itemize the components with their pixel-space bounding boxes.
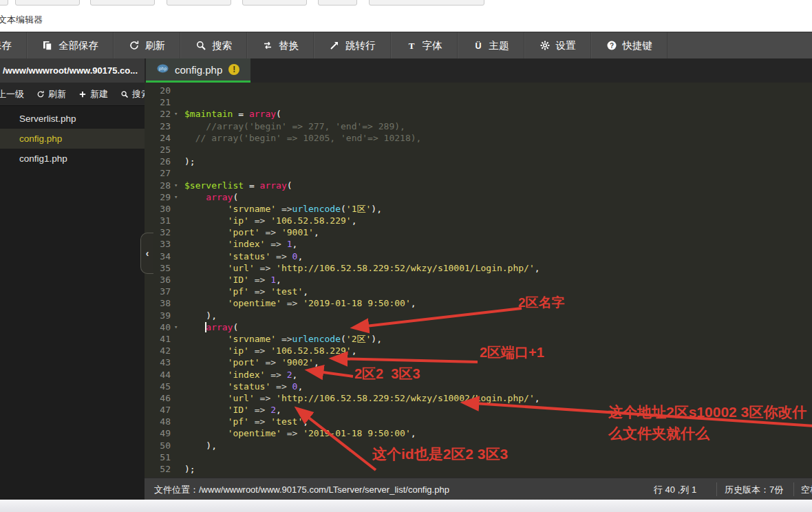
code-line-42[interactable]: 42 'ip' => '106.52.58.229',: [145, 345, 812, 356]
code-line-45[interactable]: 45 'status' => 0,: [145, 381, 812, 392]
fold-gutter: [171, 463, 184, 475]
code-line-52[interactable]: 52 );: [145, 463, 812, 475]
code-line-31[interactable]: 31 'ip' => '106.52.58.229',: [145, 215, 812, 226]
refresh-icon: [129, 40, 140, 51]
code-line-43[interactable]: 43 'port' => '9002',: [145, 356, 812, 368]
file-item-config.php[interactable]: config.php: [0, 129, 145, 149]
code-line-23[interactable]: 23 //array('begin' => 277, 'end'=> 289),: [145, 120, 812, 132]
sidebar-refresh-button[interactable]: 刷新: [30, 88, 72, 100]
goto-line-button[interactable]: 跳转行: [314, 32, 391, 58]
font-button[interactable]: T字体: [391, 32, 458, 58]
fold-toggle-icon[interactable]: ▾: [171, 108, 184, 120]
browser-tab-stub[interactable]: [15, 0, 80, 6]
line-number: 48: [145, 416, 171, 427]
text-cursor: [205, 322, 206, 332]
sidebar-up-level-button[interactable]: 上一级: [0, 88, 30, 100]
browser-tab-stub[interactable]: [318, 0, 357, 6]
theme-icon: Ü: [473, 40, 484, 51]
button-label: 字体: [423, 39, 442, 52]
tool-label: 刷新: [48, 88, 66, 100]
status-history-versions[interactable]: 历史版本：7份: [725, 484, 783, 496]
code-line-28[interactable]: 28▾$serverlist = array(: [145, 180, 812, 191]
browser-tab-stub-row: [0, 0, 812, 6]
fold-gutter: [171, 392, 184, 404]
line-number: 50: [145, 440, 171, 451]
browser-tab-stub[interactable]: [167, 0, 231, 6]
status-cursor-position: 行 40 ,列 1: [654, 484, 696, 496]
settings-button[interactable]: 设置: [524, 32, 591, 58]
settings-icon: [539, 40, 551, 51]
theme-button[interactable]: Ü主题: [458, 32, 524, 58]
fold-toggle-icon[interactable]: ▾: [171, 191, 184, 203]
code-line-25[interactable]: 25: [145, 144, 812, 156]
line-number: 30: [145, 203, 171, 215]
line-number: 29: [145, 191, 171, 203]
line-number: 28: [145, 180, 171, 191]
search-button[interactable]: 搜索: [180, 32, 247, 58]
fold-toggle-icon[interactable]: ▾: [171, 321, 184, 333]
fold-gutter: [171, 226, 184, 238]
sidebar-search-button[interactable]: 搜索: [114, 88, 145, 100]
status-separator: [793, 482, 794, 496]
hotkeys-button[interactable]: ?快捷键: [591, 32, 668, 58]
file-list: Serverlist.phpconfig.phpconfig1.php: [0, 109, 145, 169]
fold-gutter: [171, 297, 184, 309]
line-number: 47: [145, 404, 171, 416]
php-file-icon: php: [157, 63, 169, 76]
page-title: 文本编辑器: [0, 14, 43, 26]
code-line-40[interactable]: 40▾ array(: [145, 321, 812, 333]
page-title-bar: 文本编辑器: [0, 6, 812, 32]
code-line-44[interactable]: 44 'index' => 2,: [145, 369, 812, 381]
code-line-30[interactable]: 30 'srvname' =>urlencode('1区'),: [145, 203, 812, 215]
button-label: 替换: [279, 39, 299, 52]
code-line-26[interactable]: 26 );: [145, 156, 812, 167]
browser-tab-stub[interactable]: [0, 0, 8, 6]
code-line-27[interactable]: 27: [145, 167, 812, 179]
file-item-config1.php[interactable]: config1.php: [0, 149, 145, 169]
code-line-22[interactable]: 22▾$maintain = array(: [145, 108, 812, 120]
code-line-41[interactable]: 41 'srvname' =>urlencode('2区'),: [145, 333, 812, 345]
bottom-strip: [0, 500, 812, 512]
line-number: 24: [145, 132, 171, 144]
sidebar-collapse-handle[interactable]: ‹: [140, 233, 153, 274]
fold-gutter: [171, 345, 184, 356]
sidebar-new-button[interactable]: 新建: [72, 88, 114, 100]
browser-tab-stub[interactable]: [90, 0, 155, 6]
refresh-button[interactable]: 刷新: [114, 32, 180, 58]
code-line-38[interactable]: 38 'opentime' => '2019-01-18 9:50:00',: [145, 297, 812, 309]
line-number: 36: [145, 274, 171, 286]
code-line-36[interactable]: 36 'ID' => 1,: [145, 274, 812, 286]
fold-gutter: [171, 132, 184, 144]
save-all-button[interactable]: 全部保存: [27, 32, 114, 58]
fold-gutter: [171, 167, 184, 179]
fold-gutter: [171, 333, 184, 345]
browser-tab-stub[interactable]: [369, 0, 484, 6]
code-line-21[interactable]: 21: [145, 96, 812, 108]
code-line-29[interactable]: 29▾ array(: [145, 191, 812, 203]
new-icon: [78, 90, 87, 98]
code-line-39[interactable]: 39 ),: [145, 310, 812, 321]
fold-gutter: [171, 427, 184, 439]
fold-gutter: [171, 262, 184, 274]
hotkeys-icon: ?: [606, 40, 617, 51]
code-line-34[interactable]: 34 'status' => 0,: [145, 250, 812, 262]
button-label: 全部保存: [58, 39, 98, 52]
button-label: 设置: [556, 39, 576, 52]
annotation-zone2-port: 2区端口+1: [480, 343, 544, 362]
code-line-37[interactable]: 37 'pf' => 'test',: [145, 286, 812, 297]
file-item-Serverlist.php[interactable]: Serverlist.php: [0, 109, 145, 129]
fold-gutter: [171, 274, 184, 286]
code-line-33[interactable]: 33 'index' => 1,: [145, 238, 812, 250]
button-label: 保存: [0, 39, 12, 52]
replace-button[interactable]: 替换: [247, 32, 314, 58]
fold-toggle-icon[interactable]: ▾: [171, 180, 184, 191]
code-line-24[interactable]: 24 // array('begin' => 10205, 'end'=> 10…: [145, 132, 812, 144]
tab-config-php[interactable]: php config.php !: [146, 58, 250, 83]
code-line-35[interactable]: 35 'url' => 'http://106.52.58.229:52/wkz…: [145, 262, 812, 274]
code-line-20[interactable]: 20: [145, 85, 812, 96]
line-number: 43: [145, 356, 171, 368]
code-line-32[interactable]: 32 'port' => '9001',: [145, 226, 812, 238]
goto-line-icon: [329, 40, 340, 51]
save-button[interactable]: 保存: [0, 32, 27, 58]
browser-tab-stub[interactable]: [242, 0, 307, 6]
